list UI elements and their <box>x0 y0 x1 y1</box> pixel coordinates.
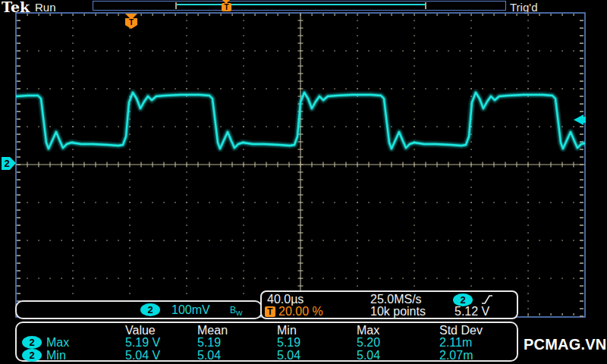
pcmag-watermark: PCMAG.VN <box>524 336 604 353</box>
svg-text:T: T <box>129 18 134 27</box>
measurement-min: 5.04 <box>277 349 300 362</box>
channel2-badge: 2 <box>140 303 160 316</box>
channel2-badge: 2 <box>22 336 42 349</box>
trigger-position-flag-icon: T <box>125 14 137 29</box>
measurement-name: Min <box>46 349 66 362</box>
oscilloscope-screen: Tek Run Trig'd T T 2 2 100mV <box>0 0 607 364</box>
measurement-max: 5.04 <box>357 349 380 362</box>
trigger-position-percent: 20.00 % <box>278 305 323 318</box>
measurement-max: 5.20 <box>357 336 380 350</box>
trigger-level-value: 5.12 V <box>454 305 489 318</box>
channel2-readout-box: 2 100mV BW <box>15 300 263 319</box>
measurement-value: 5.04 V <box>125 349 160 362</box>
timebase-trigger-readout-box: 40.0µs 25.0MS/s 2 T 20.00 % 10k points 5… <box>260 290 518 319</box>
channel2-scale: 100mV <box>171 303 210 317</box>
graticule-grid <box>16 13 585 317</box>
trigger-t-icon: T <box>265 306 275 317</box>
measurement-value: 5.19 V <box>125 336 160 350</box>
measurement-stddev: 2.07m <box>439 349 473 362</box>
measurement-stddev: 2.11m <box>439 336 472 350</box>
trigger-level-arrow-icon <box>574 115 586 125</box>
svg-text:2: 2 <box>4 158 9 169</box>
record-length: 10k points <box>370 305 426 318</box>
channel2-badge: 2 <box>22 349 42 362</box>
bandwidth-limit-indicator: BW <box>230 305 243 317</box>
measurement-min: 5.19 <box>277 336 300 350</box>
measurement-name: Max <box>46 336 69 350</box>
measurement-mean: 5.19 <box>197 336 221 350</box>
channel2-reference-marker: 2 <box>2 157 16 170</box>
measurement-table: Value Mean Min Max Std Dev 2 Max 5.19 V … <box>15 322 518 362</box>
rising-edge-icon <box>480 293 494 306</box>
measurement-mean: 5.04 <box>197 349 221 362</box>
